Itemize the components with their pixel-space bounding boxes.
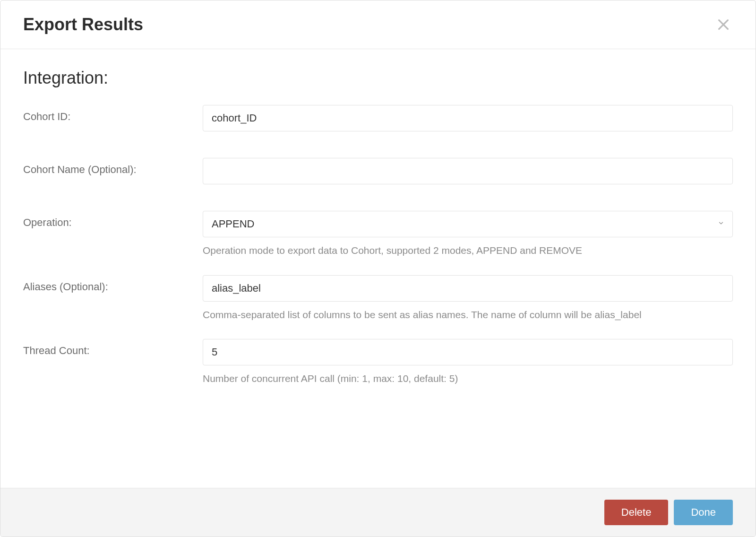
field-cohort-name: Cohort Name (Optional): <box>23 158 733 184</box>
aliases-input[interactable] <box>203 275 733 302</box>
delete-button[interactable]: Delete <box>604 500 669 525</box>
field-aliases: Aliases (Optional): Comma-separated list… <box>23 275 733 322</box>
close-button[interactable] <box>714 15 733 34</box>
field-operation: Operation: APPEND Operation mode to expo… <box>23 211 733 258</box>
modal-body: Integration: Cohort ID: Cohort Name (Opt… <box>0 49 756 488</box>
close-icon <box>716 26 731 34</box>
modal-header: Export Results <box>0 0 756 49</box>
cohort-name-label: Cohort Name (Optional): <box>23 158 203 176</box>
done-button[interactable]: Done <box>674 500 733 525</box>
thread-count-help: Number of concurrent API call (min: 1, m… <box>203 371 733 386</box>
thread-count-input[interactable] <box>203 339 733 365</box>
modal-footer: Delete Done <box>0 488 756 537</box>
operation-select[interactable]: APPEND <box>203 211 733 237</box>
field-thread-count: Thread Count: Number of concurrent API c… <box>23 339 733 386</box>
thread-count-label: Thread Count: <box>23 339 203 357</box>
modal-title: Export Results <box>23 15 143 35</box>
cohort-id-input[interactable] <box>203 105 733 131</box>
operation-label: Operation: <box>23 211 203 229</box>
section-title: Integration: <box>23 68 733 88</box>
export-results-modal: Export Results Integration: Cohort ID: C… <box>0 0 756 537</box>
aliases-help: Comma-separated list of columns to be se… <box>203 307 733 322</box>
cohort-id-label: Cohort ID: <box>23 105 203 123</box>
aliases-label: Aliases (Optional): <box>23 275 203 293</box>
cohort-name-input[interactable] <box>203 158 733 184</box>
operation-help: Operation mode to export data to Cohort,… <box>203 243 733 258</box>
field-cohort-id: Cohort ID: <box>23 105 733 131</box>
